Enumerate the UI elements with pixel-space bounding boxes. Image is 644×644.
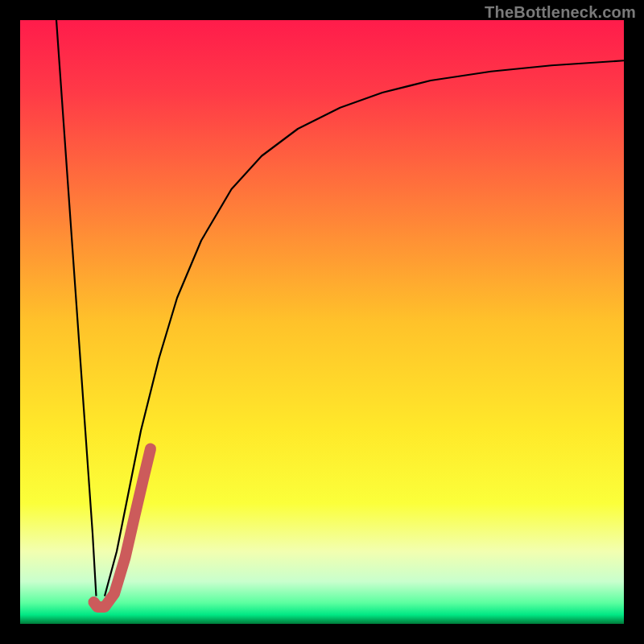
chart-frame: TheBottleneck.com [0, 0, 644, 644]
attribution-text: TheBottleneck.com [485, 3, 636, 22]
series-right-ascent [105, 60, 624, 596]
plot-area [20, 20, 624, 624]
series-left-descent [56, 20, 97, 597]
curve-layer [20, 20, 624, 624]
